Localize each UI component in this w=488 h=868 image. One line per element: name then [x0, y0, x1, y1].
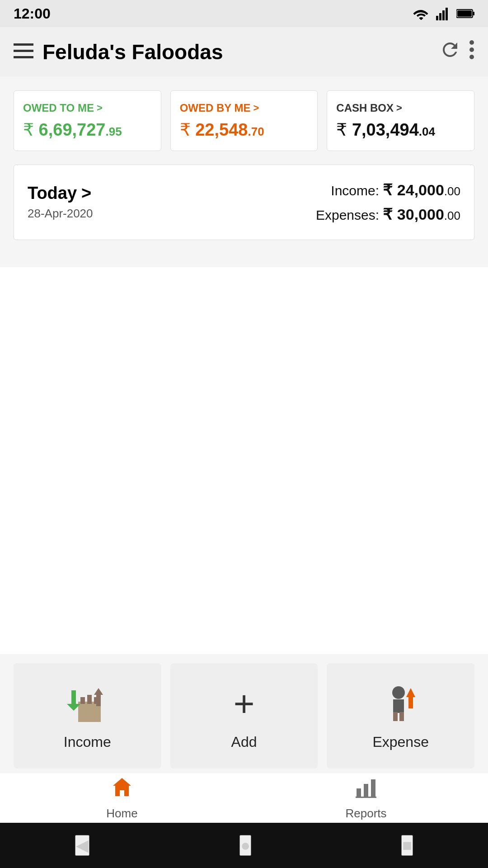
svg-point-10: [469, 40, 474, 45]
svg-rect-27: [371, 779, 375, 797]
today-right: Income: ₹ 24,000.00 Expenses: ₹ 30,000.0…: [316, 178, 460, 227]
svg-rect-7: [14, 43, 33, 46]
svg-rect-6: [457, 10, 472, 17]
nav-home[interactable]: Home: [0, 776, 244, 821]
income-icon: [60, 681, 114, 726]
income-label: Income: [64, 734, 111, 750]
owed-to-me-chevron: >: [97, 102, 103, 114]
expense-label: Expense: [372, 734, 429, 750]
svg-marker-24: [113, 778, 131, 796]
status-time: 12:00: [14, 5, 51, 22]
svg-rect-14: [80, 697, 85, 704]
summary-cards: OWED TO ME > ₹ 6,69,727.95 OWED BY ME > …: [14, 90, 474, 151]
cash-box-card[interactable]: CASH BOX > ₹ 7,03,494.04: [327, 90, 474, 151]
svg-rect-28: [356, 797, 376, 798]
back-button[interactable]: ◀: [75, 835, 89, 856]
owed-to-me-amount: ₹ 6,69,727.95: [23, 120, 152, 140]
hamburger-menu-button[interactable]: [14, 42, 33, 62]
wifi-icon: [413, 7, 429, 20]
battery-icon: [456, 8, 474, 19]
add-label: Add: [231, 734, 257, 750]
svg-point-12: [469, 55, 474, 59]
svg-rect-20: [393, 699, 404, 713]
add-button[interactable]: + Add: [170, 663, 318, 769]
svg-rect-3: [446, 8, 448, 20]
income-line: Income: ₹ 24,000.00: [316, 178, 460, 202]
home-nav-label: Home: [106, 807, 137, 821]
income-button[interactable]: Income: [14, 663, 161, 769]
owed-by-me-title: OWED BY ME >: [180, 102, 309, 114]
main-content: OWED TO ME > ₹ 6,69,727.95 OWED BY ME > …: [0, 77, 488, 267]
status-bar: 12:00: [0, 0, 488, 27]
svg-rect-2: [442, 10, 445, 20]
home-button[interactable]: ●: [239, 835, 251, 856]
owed-by-me-chevron: >: [253, 102, 259, 114]
app-bar: Feluda's Faloodas: [0, 27, 488, 77]
owed-to-me-card[interactable]: OWED TO ME > ₹ 6,69,727.95: [14, 90, 161, 151]
expense-icon: [374, 681, 428, 726]
svg-rect-15: [87, 695, 92, 704]
today-chevron: >: [81, 184, 91, 203]
cash-box-title: CASH BOX >: [336, 102, 465, 114]
signal-icon: [436, 7, 450, 20]
nav-reports[interactable]: Reports: [244, 776, 488, 821]
svg-point-11: [469, 47, 474, 52]
add-icon: +: [217, 681, 271, 726]
recents-button[interactable]: ■: [401, 835, 413, 856]
today-date: 28-Apr-2020: [28, 207, 93, 221]
today-left: Today > 28-Apr-2020: [28, 184, 93, 221]
svg-rect-5: [473, 12, 474, 15]
cash-box-chevron: >: [396, 102, 402, 114]
refresh-button[interactable]: [440, 40, 460, 64]
action-buttons: Income + Add Expense: [0, 654, 488, 778]
svg-rect-25: [357, 788, 361, 797]
svg-marker-23: [406, 688, 415, 708]
owed-by-me-card[interactable]: OWED BY ME > ₹ 22,548.70: [170, 90, 318, 151]
svg-rect-8: [14, 50, 33, 52]
more-options-button[interactable]: [469, 40, 474, 64]
svg-rect-22: [399, 712, 404, 721]
expense-line: Expenses: ₹ 30,000.00: [316, 202, 460, 226]
svg-point-19: [392, 686, 405, 699]
reports-icon: [355, 776, 377, 804]
app-bar-actions: [440, 40, 474, 64]
reports-nav-label: Reports: [345, 807, 386, 821]
svg-rect-9: [14, 56, 33, 58]
owed-to-me-title: OWED TO ME >: [23, 102, 152, 114]
owed-by-me-amount: ₹ 22,548.70: [180, 120, 309, 140]
bottom-nav: Home Reports: [0, 773, 488, 823]
home-icon: [111, 776, 133, 804]
system-nav-bar: ◀ ● ■: [0, 823, 488, 868]
svg-rect-0: [436, 16, 438, 20]
cash-box-amount: ₹ 7,03,494.04: [336, 120, 465, 140]
svg-rect-26: [364, 784, 368, 797]
svg-rect-21: [393, 712, 398, 721]
today-card[interactable]: Today > 28-Apr-2020 Income: ₹ 24,000.00 …: [14, 165, 474, 240]
status-icons: [413, 7, 474, 20]
today-label: Today >: [28, 184, 93, 203]
svg-rect-1: [439, 13, 441, 20]
expense-button[interactable]: Expense: [327, 663, 474, 769]
app-title: Feluda's Faloodas: [42, 40, 431, 64]
